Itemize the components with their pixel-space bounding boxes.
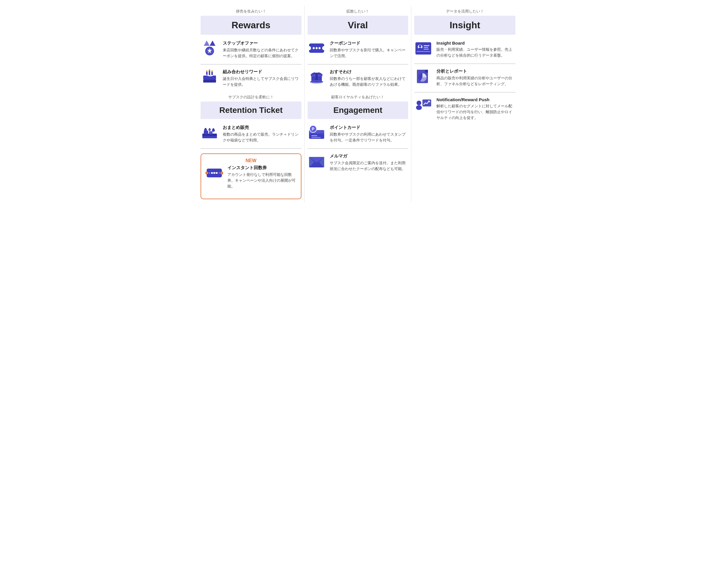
svg-point-56: [418, 47, 422, 50]
engagement-label: 顧客ロイヤルティをあげたい！: [308, 94, 408, 100]
feature-pointcard: P ポイントカード 回数券やサブスクの利用にあわせてスタンプを付与。一定条件でリ…: [308, 125, 408, 143]
rewards-header: Rewards: [200, 16, 301, 35]
insight-board-title: Insight Board: [436, 41, 516, 45]
mail-icon: [308, 153, 326, 169]
feature-combo-reward: 組み合わせリワード 誕生日や入会特典としてサブスク会員にリワードを提供。: [200, 69, 301, 87]
retention-title: Retention Ticket: [203, 106, 299, 115]
svg-point-55: [419, 45, 421, 47]
insight-board-text: Insight Board 販売・利用実績、ユーザー情報を参照。売上の分析などを…: [436, 41, 516, 58]
svg-rect-14: [202, 136, 217, 138]
svg-marker-0: [204, 41, 210, 46]
svg-point-10: [211, 70, 213, 72]
rewards-label: 併売を生みたい！: [200, 9, 301, 14]
divider-6: [414, 92, 516, 92]
notification-title: Notification/Reward Push: [436, 97, 516, 102]
coupon-desc: 回数券やサブスクを割引で購入。キャンペーンで活用。: [330, 47, 408, 59]
svg-rect-6: [209, 70, 210, 75]
svg-rect-57: [424, 45, 429, 46]
cake-icon: [200, 69, 219, 84]
mailmag-title: メルマガ: [330, 153, 408, 159]
svg-rect-48: [311, 137, 321, 138]
feature-coupon: クーポンコード 回数券やサブスクを割引で購入。キャンペーンで活用。: [308, 41, 408, 59]
svg-point-8: [206, 70, 208, 72]
pointcard-title: ポイントカード: [330, 125, 408, 130]
new-badge: NEW: [205, 158, 297, 163]
feature-notification: Notification/Reward Push 解析した顧客のセグメントに対し…: [414, 97, 516, 121]
feature-analytics: 分析とレポート 商品の販売や利用実績の分析やユーザーの分析、ファネル分析などをレ…: [414, 68, 516, 87]
ticket-icon: [205, 165, 223, 180]
svg-point-42: [310, 80, 323, 84]
svg-marker-1: [210, 41, 215, 46]
column-rewards: 併売を生みたい！ Rewards ステップオファー 来店回数: [198, 6, 305, 202]
feature-bundle: おまとめ販売 複数の商品をまとめて販売。ランチ＋ドリンクや福袋などで利用。: [200, 125, 301, 143]
rewards-title: Rewards: [203, 20, 299, 30]
svg-rect-59: [424, 49, 429, 49]
column-viral: 拡散したい！ Viral クーポンコード 回数券やサブスクを: [305, 6, 412, 202]
bundle-icon: [200, 125, 219, 140]
retention-label: サブスクの設計を柔軟に！: [200, 94, 301, 100]
svg-point-66: [416, 105, 422, 110]
instant-ticket-desc: アカウント発行なしで利用可能な回数券。キャンペーンや法人向けの展開が可能。: [227, 172, 297, 189]
svg-text:P: P: [312, 127, 314, 131]
feature-step-offer: ステップオファー 来店回数や継続月数などの条件にあわせてクーポンを提供。特定の顧…: [200, 41, 301, 59]
mailmag-desc: サブスク会員限定のご案内を送付。また利用状況に合わせたクーポンの配布なども可能。: [330, 160, 408, 172]
svg-rect-47: [311, 135, 317, 136]
osusowake-text: おすそわけ 回数券のうち一部を顧客が友人などにわけてあげる機能。既存顧客のリファ…: [330, 69, 408, 87]
engagement-header: Engagement: [308, 102, 408, 119]
svg-rect-16: [209, 131, 213, 134]
feature-mailmag: メルマガ サブスク会員限定のご案内を送付。また利用状況に合わせたクーポンの配布な…: [308, 153, 408, 172]
svg-point-34: [316, 47, 318, 49]
main-grid: 併売を生みたい！ Rewards ステップオファー 来店回数: [198, 6, 518, 202]
pointcard-desc: 回数券やサブスクの利用にあわせてスタンプを付与。一定条件でリワードを付与。: [330, 131, 408, 143]
analytics-desc: 商品の販売や利用実績の分析やユーザーの分析、ファネル分析などをレポーティング。: [436, 75, 516, 87]
combo-reward-desc: 誕生日や入会特典としてサブスク会員にリワードを提供。: [223, 76, 301, 87]
svg-rect-58: [424, 47, 428, 48]
svg-rect-63: [425, 70, 428, 72]
divider-2: [200, 148, 301, 149]
combo-reward-title: 組み合わせリワード: [223, 69, 301, 75]
viral-title: Viral: [310, 20, 406, 30]
osusowake-desc: 回数券のうち一部を顧客が友人などにわけてあげる機能。既存顧客のリファラル効果。: [330, 76, 408, 87]
insight-board-desc: 販売・利用実績、ユーザー情報を参照。売上の分析などを統合的に行うデータ基盤。: [436, 47, 516, 58]
bundle-desc: 複数の商品をまとめて販売。ランチ＋ドリンクや福袋などで利用。: [223, 131, 301, 143]
coupon-text: クーポンコード 回数券やサブスクを割引で購入。キャンペーンで活用。: [330, 41, 408, 59]
notification-text: Notification/Reward Push 解析した顧客のセグメントに対し…: [436, 97, 516, 121]
divider-5: [414, 64, 516, 64]
analytics-title: 分析とレポート: [436, 68, 516, 74]
analytics-text: 分析とレポート 商品の販売や利用実績の分析やユーザーの分析、ファネル分析などをレ…: [436, 68, 516, 87]
coupon-icon: [308, 41, 326, 56]
step-offer-desc: 来店回数や継続月数などの条件にあわせてクーポンを提供。特定の顧客に個別の提案。: [223, 47, 301, 59]
pointcard-text: ポイントカード 回数券やサブスクの利用にあわせてスタンプを付与。一定条件でリワー…: [330, 125, 408, 143]
new-feature-box: NEW: [200, 153, 301, 199]
gift-icon: [308, 69, 326, 84]
feature-instant-ticket: インスタント回数券 アカウント発行なしで利用可能な回数券。キャンペーンや法人向け…: [205, 165, 297, 189]
viral-header: Viral: [308, 16, 408, 35]
divider-4: [308, 148, 408, 149]
bundle-text: おまとめ販売 複数の商品をまとめて販売。ランチ＋ドリンクや福袋などで利用。: [223, 125, 301, 143]
retention-header: Retention Ticket: [200, 102, 301, 119]
coupon-title: クーポンコード: [330, 41, 408, 46]
step-offer-title: ステップオファー: [223, 41, 301, 46]
insight-label: データを活用したい！: [414, 9, 516, 14]
insight-title: Insight: [417, 20, 513, 30]
pointcard-icon: P: [308, 125, 326, 140]
svg-point-65: [417, 101, 421, 105]
svg-point-35: [318, 47, 320, 49]
bundle-title: おまとめ販売: [223, 125, 301, 130]
combo-reward-text: 組み合わせリワード 誕生日や入会特典としてサブスク会員にリワードを提供。: [223, 69, 301, 87]
svg-rect-67: [422, 100, 431, 106]
insight-header: Insight: [414, 16, 516, 35]
chart-icon: [414, 68, 432, 84]
svg-rect-60: [417, 51, 430, 52]
board-icon: [414, 41, 432, 56]
svg-rect-12: [203, 80, 216, 83]
instant-ticket-text: インスタント回数券 アカウント発行なしで利用可能な回数券。キャンペーンや法人向け…: [227, 165, 297, 189]
osusowake-title: おすそわけ: [330, 69, 408, 75]
mailmag-text: メルマガ サブスク会員限定のご案内を送付。また利用状況に合わせたクーポンの配布な…: [330, 153, 408, 172]
feature-osusowake: おすそわけ 回数券のうち一部を顧客が友人などにわけてあげる機能。既存顧客のリファ…: [308, 69, 408, 87]
svg-rect-53: [415, 42, 431, 55]
medal-icon: [200, 41, 219, 56]
svg-point-41: [316, 72, 318, 75]
engagement-title: Engagement: [310, 106, 406, 115]
step-offer-text: ステップオファー 来店回数や継続月数などの条件にあわせてクーポンを提供。特定の顧…: [223, 41, 301, 59]
